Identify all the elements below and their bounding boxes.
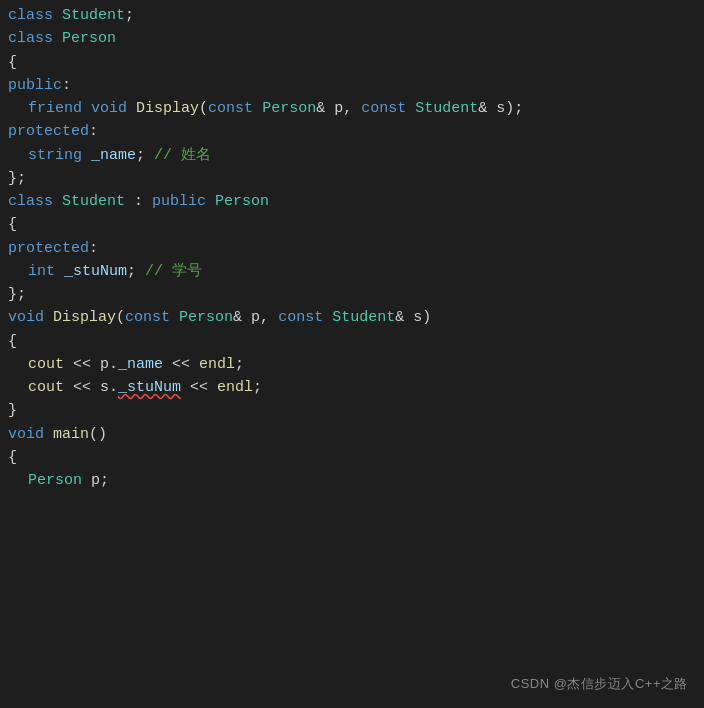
token-plain: & p, xyxy=(316,97,361,120)
token-kw: class xyxy=(8,4,53,27)
code-editor: class Student;class Person{public:friend… xyxy=(0,0,704,708)
code-line: protected: xyxy=(0,237,704,260)
token-plain: }; xyxy=(8,167,26,190)
token-plain: }; xyxy=(8,283,26,306)
code-line: string _name; // 姓名 xyxy=(0,144,704,167)
token-comment: // 学号 xyxy=(145,260,202,283)
token-plain xyxy=(55,260,64,283)
token-var: _name xyxy=(91,144,136,167)
token-plain xyxy=(406,97,415,120)
token-stream: cout xyxy=(28,376,64,399)
token-plain: : xyxy=(125,190,152,213)
token-plain xyxy=(44,423,53,446)
token-kw: const xyxy=(361,97,406,120)
token-plain: & s); xyxy=(478,97,523,120)
token-cn: Person xyxy=(28,469,82,492)
code-line: int _stuNum; // 学号 xyxy=(0,260,704,283)
code-content: class Student;class Person{public:friend… xyxy=(0,4,704,492)
code-line: { xyxy=(0,213,704,236)
token-plain: { xyxy=(8,330,17,353)
token-plain xyxy=(53,27,62,50)
code-line: void main() xyxy=(0,423,704,446)
code-line: Person p; xyxy=(0,469,704,492)
code-line: }; xyxy=(0,167,704,190)
token-plain xyxy=(253,97,262,120)
token-kw: string xyxy=(28,144,82,167)
token-kw: class xyxy=(8,27,53,50)
token-plain: << s. xyxy=(64,376,118,399)
code-line: cout << s._stuNum << endl; xyxy=(0,376,704,399)
code-line: { xyxy=(0,51,704,74)
token-plain: ; xyxy=(127,260,145,283)
token-fn: Display xyxy=(53,306,116,329)
token-var: _stuNum xyxy=(64,260,127,283)
token-plain: } xyxy=(8,399,17,422)
token-plain: ( xyxy=(199,97,208,120)
token-plain: : xyxy=(89,237,98,260)
token-cn: Person xyxy=(262,97,316,120)
token-plain: << xyxy=(163,353,199,376)
token-stream: cout xyxy=(28,353,64,376)
code-line: cout << p._name << endl; xyxy=(0,353,704,376)
token-cn: Student xyxy=(415,97,478,120)
token-squiggle: _stuNum xyxy=(118,376,181,399)
token-plain: << p. xyxy=(64,353,118,376)
token-kw: int xyxy=(28,260,55,283)
code-line: }; xyxy=(0,283,704,306)
token-plain: : xyxy=(89,120,98,143)
code-line: { xyxy=(0,330,704,353)
token-plain: ; xyxy=(125,4,134,27)
token-fn: main xyxy=(53,423,89,446)
token-access: public xyxy=(8,74,62,97)
token-plain xyxy=(127,97,136,120)
code-line: { xyxy=(0,446,704,469)
code-line: public: xyxy=(0,74,704,97)
token-fn: Display xyxy=(136,97,199,120)
code-line: class Student : public Person xyxy=(0,190,704,213)
token-plain xyxy=(323,306,332,329)
token-stream: endl xyxy=(217,376,253,399)
code-line: protected: xyxy=(0,120,704,143)
token-plain xyxy=(44,306,53,329)
watermark: CSDN @杰信步迈入C++之路 xyxy=(511,674,688,694)
token-cn: Person xyxy=(179,306,233,329)
token-access: protected xyxy=(8,120,89,143)
token-plain xyxy=(53,190,62,213)
token-kw: void xyxy=(8,306,44,329)
token-plain: p; xyxy=(82,469,109,492)
token-kw: friend xyxy=(28,97,82,120)
token-plain: : xyxy=(62,74,71,97)
token-cn: Student xyxy=(332,306,395,329)
code-line: void Display(const Person& p, const Stud… xyxy=(0,306,704,329)
token-comment: // 姓名 xyxy=(154,144,211,167)
token-plain: & p, xyxy=(233,306,278,329)
token-cn: Student xyxy=(62,190,125,213)
token-plain xyxy=(82,97,91,120)
token-kw: const xyxy=(125,306,170,329)
token-plain: { xyxy=(8,446,17,469)
code-line: } xyxy=(0,399,704,422)
token-cn: Person xyxy=(62,27,116,50)
token-plain: ( xyxy=(116,306,125,329)
token-kw: const xyxy=(278,306,323,329)
token-plain: { xyxy=(8,213,17,236)
token-stream: endl xyxy=(199,353,235,376)
token-kw: class xyxy=(8,190,53,213)
token-plain: ; xyxy=(235,353,244,376)
token-cn: Student xyxy=(62,4,125,27)
token-plain: << xyxy=(181,376,217,399)
token-plain: ; xyxy=(136,144,154,167)
token-plain xyxy=(53,4,62,27)
token-plain: () xyxy=(89,423,107,446)
token-var: _name xyxy=(118,353,163,376)
token-kw: void xyxy=(91,97,127,120)
code-line: friend void Display(const Person& p, con… xyxy=(0,97,704,120)
token-access: public xyxy=(152,190,206,213)
token-plain: & s) xyxy=(395,306,431,329)
token-plain xyxy=(82,144,91,167)
token-kw: void xyxy=(8,423,44,446)
code-line: class Person xyxy=(0,27,704,50)
code-line: class Student; xyxy=(0,4,704,27)
token-access: protected xyxy=(8,237,89,260)
token-plain: ; xyxy=(253,376,262,399)
